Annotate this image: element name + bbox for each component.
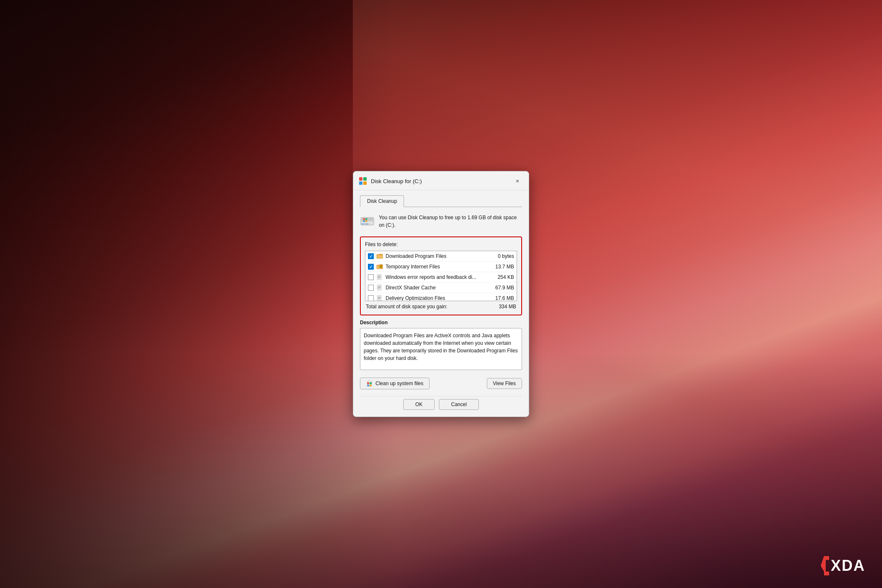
- svg-rect-6: [365, 218, 368, 220]
- ok-button[interactable]: OK: [403, 399, 435, 410]
- svg-rect-7: [363, 220, 365, 222]
- cancel-button[interactable]: Cancel: [439, 399, 479, 410]
- svg-rect-16: [378, 278, 380, 278]
- icon-sq-1: [359, 177, 362, 181]
- svg-rect-22: [378, 297, 381, 297]
- dialog-titlebar-icon: [359, 177, 368, 185]
- files-label: Files to delete:: [365, 242, 517, 247]
- file-size-3: 254 KB: [498, 274, 514, 280]
- file-name-2: Temporary Internet Files: [386, 264, 493, 270]
- file-name-1: Downloaded Program Files: [386, 253, 495, 259]
- files-to-delete-section: Files to delete: Downloaded Program File…: [360, 236, 522, 315]
- ok-cancel-row: OK Cancel: [360, 396, 522, 412]
- icon-sq-2: [363, 177, 367, 181]
- list-item: Windows error reports and feedback di...…: [365, 272, 517, 283]
- svg-rect-26: [370, 382, 372, 384]
- svg-rect-27: [367, 385, 369, 386]
- info-section: You can use Disk Cleanup to free up to 1…: [360, 212, 522, 231]
- svg-rect-3: [362, 223, 365, 224]
- dialog-body: Disk Cleanup: [353, 190, 529, 417]
- list-item: Downloaded Program Files 0 bytes: [365, 251, 517, 262]
- file-name-5: Delivery Optimization Files: [386, 295, 493, 301]
- svg-rect-28: [370, 385, 372, 386]
- file-icon-4: [376, 284, 383, 291]
- svg-rect-18: [378, 286, 381, 287]
- file-checkbox-1[interactable]: [368, 253, 374, 259]
- file-size-4: 67.9 MB: [495, 285, 514, 291]
- svg-rect-25: [367, 382, 369, 384]
- file-checkbox-2[interactable]: [368, 264, 374, 270]
- file-checkbox-3[interactable]: [368, 274, 374, 280]
- svg-rect-20: [378, 288, 380, 289]
- action-buttons: Clean up system files View Files: [360, 376, 522, 391]
- disk-cleanup-dialog: Disk Cleanup for (C:) × Disk Cleanup: [353, 171, 529, 417]
- file-size-1: 0 bytes: [498, 253, 514, 259]
- svg-rect-23: [378, 298, 381, 298]
- file-icon-5: [376, 295, 383, 301]
- svg-rect-9: [369, 219, 373, 220]
- view-files-button[interactable]: View Files: [487, 378, 522, 389]
- total-value: 334 MB: [499, 304, 516, 310]
- description-section: Description Downloaded Program Files are…: [360, 320, 522, 370]
- folder-icon: [376, 253, 383, 260]
- icon-sq-3: [359, 181, 362, 185]
- icon-sq-4: [363, 181, 367, 185]
- dialog-overlay: Disk Cleanup for (C:) × Disk Cleanup: [0, 0, 882, 588]
- cleanup-button-label: Clean up system files: [375, 381, 423, 386]
- file-size-2: 13.7 MB: [495, 264, 514, 270]
- description-text: Downloaded Program Files are ActiveX con…: [360, 328, 522, 370]
- list-item: Delivery Optimization Files 17.6 MB: [365, 293, 517, 301]
- file-name-4: DirectX Shader Cache: [386, 285, 493, 291]
- files-list[interactable]: Downloaded Program Files 0 bytes: [365, 251, 517, 301]
- svg-rect-19: [378, 287, 381, 288]
- tab-bar: Disk Cleanup: [360, 195, 522, 207]
- file-size-5: 17.6 MB: [495, 295, 514, 301]
- list-item: Temporary Internet Files 13.7 MB: [365, 262, 517, 272]
- close-button[interactable]: ×: [512, 176, 523, 186]
- svg-rect-24: [378, 299, 380, 299]
- svg-point-10: [370, 220, 373, 223]
- svg-rect-8: [365, 220, 368, 222]
- svg-rect-4: [365, 223, 368, 224]
- dialog-title: Disk Cleanup for (C:): [371, 178, 509, 184]
- cleanup-system-files-button[interactable]: Clean up system files: [360, 378, 430, 389]
- svg-rect-14: [378, 276, 381, 276]
- file-checkbox-5[interactable]: [368, 295, 374, 301]
- info-text: You can use Disk Cleanup to free up to 1…: [379, 214, 522, 229]
- file-icon-3: [376, 274, 383, 281]
- list-item: DirectX Shader Cache 67.9 MB: [365, 283, 517, 293]
- total-row: Total amount of disk space you gain: 334…: [365, 301, 517, 310]
- svg-rect-15: [378, 277, 381, 277]
- description-label: Description: [360, 320, 522, 326]
- file-name-3: Windows error reports and feedback di...: [386, 274, 495, 280]
- cleanup-icon: [366, 380, 373, 387]
- svg-rect-5: [363, 218, 365, 220]
- total-label: Total amount of disk space you gain:: [366, 304, 447, 310]
- drive-icon: [360, 214, 375, 227]
- dialog-titlebar: Disk Cleanup for (C:) ×: [353, 171, 529, 190]
- file-checkbox-4[interactable]: [368, 285, 374, 291]
- tab-disk-cleanup[interactable]: Disk Cleanup: [360, 195, 404, 207]
- svg-point-12: [381, 267, 381, 268]
- lock-folder-icon: [376, 263, 383, 270]
